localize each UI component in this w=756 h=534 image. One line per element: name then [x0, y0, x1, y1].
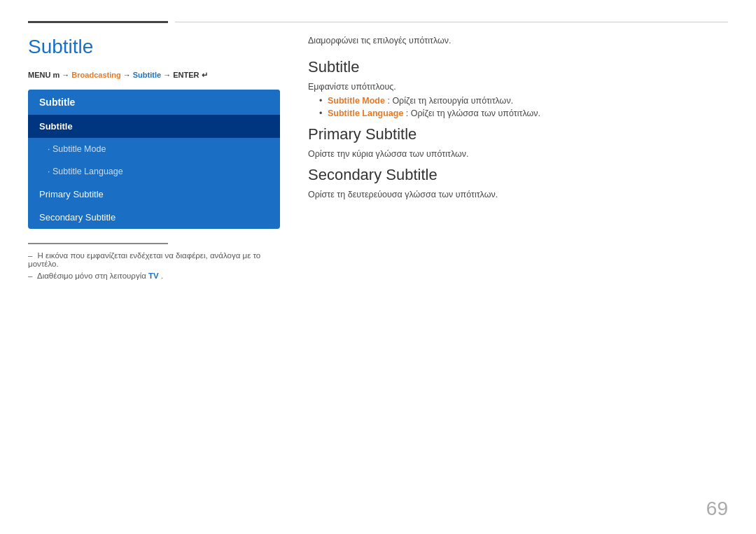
breadcrumb-arrow-1: → [62, 71, 71, 79]
breadcrumb-enter: ENTER [173, 71, 201, 79]
highlight-subtitle-mode: Subtitle Mode [328, 96, 385, 106]
footnote-2-text-before: Διαθέσιμο μόνο στη λειτουργία [37, 272, 148, 280]
page-number: 69 [706, 498, 728, 520]
top-divider [28, 0, 728, 23]
breadcrumb-arrow-2: → [123, 71, 133, 79]
breadcrumb-subtitle: Subtitle [133, 71, 161, 79]
menu-item-secondary-subtitle[interactable]: Secondary Subtitle [28, 206, 280, 229]
bullet-subtitle-mode-text: : Ορίζει τη λειτουργία υπότιτλων. [387, 96, 513, 106]
page-container: Subtitle MENU m → Broadcasting → Subtitl… [0, 0, 756, 534]
bullet-subtitle-language: Subtitle Language : Ορίζει τη γλώσσα των… [319, 108, 728, 118]
breadcrumb-menu: MENU [28, 71, 52, 79]
footnote-1-text: Η εικόνα που εμφανίζεται ενδέχεται να δι… [28, 251, 260, 268]
footnote-2-tv-link: TV [148, 272, 159, 280]
section-bullets-subtitle: Subtitle Mode : Ορίζει τη λειτουργία υπό… [319, 96, 728, 118]
menu-item-subtitle-language[interactable]: · Subtitle Language [28, 160, 280, 183]
panel-bottom-divider [28, 243, 168, 244]
divider-light [175, 22, 728, 22]
breadcrumb-arrow-3: → [163, 71, 173, 79]
divider-dark [28, 21, 168, 23]
section-body-primary: Ορίστε την κύρια γλώσσα των υπότιτλων. [308, 149, 728, 159]
right-column: Διαμορφώνει τις επιλογές υπότιτλων. Subt… [308, 36, 728, 283]
breadcrumb-enter-icon: ↵ [202, 71, 208, 79]
menu-item-subtitle[interactable]: Subtitle [28, 115, 280, 138]
breadcrumb-broadcasting: Broadcasting [71, 71, 120, 79]
menu-item-subtitle-mode[interactable]: · Subtitle Mode [28, 138, 280, 160]
right-intro: Διαμορφώνει τις επιλογές υπότιτλων. [308, 36, 728, 45]
section-body-secondary: Ορίστε τη δευτερεύουσα γλώσσα των υπότιτ… [308, 190, 728, 199]
footnote-2: – Διαθέσιμο μόνο στη λειτουργία TV . [28, 272, 280, 280]
menu-panel-title: Subtitle [28, 90, 280, 115]
breadcrumb-menu-icon: m [52, 71, 59, 79]
bullet-subtitle-mode: Subtitle Mode : Ορίζει τη λειτουργία υπό… [319, 96, 728, 106]
menu-item-primary-subtitle[interactable]: Primary Subtitle [28, 183, 280, 206]
highlight-subtitle-language: Subtitle Language [328, 108, 403, 118]
section-body-subtitle: Εμφανίστε υπότιτλους. [308, 82, 728, 92]
left-column: Subtitle MENU m → Broadcasting → Subtitl… [28, 36, 280, 283]
bullet-subtitle-language-text: : Ορίζει τη γλώσσα των υπότιτλων. [406, 108, 540, 118]
page-title: Subtitle [28, 36, 280, 58]
footnote-1: – Η εικόνα που εμφανίζεται ενδέχεται να … [28, 251, 280, 268]
breadcrumb: MENU m → Broadcasting → Subtitle → ENTER… [28, 71, 280, 80]
section-title-primary: Primary Subtitle [308, 125, 728, 143]
section-title-subtitle: Subtitle [308, 58, 728, 76]
section-title-secondary: Secondary Subtitle [308, 166, 728, 184]
footnote-2-text-after: . [161, 272, 163, 280]
menu-panel: Subtitle Subtitle · Subtitle Mode · Subt… [28, 90, 280, 229]
main-content: Subtitle MENU m → Broadcasting → Subtitl… [28, 36, 728, 283]
